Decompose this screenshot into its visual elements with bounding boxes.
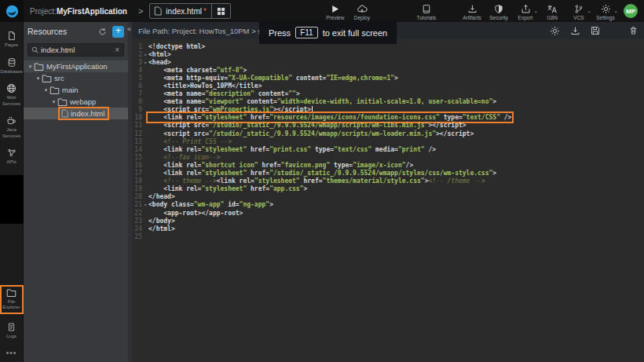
code-line[interactable]: 20</head> [132,193,644,201]
rail-item-web-services[interactable]: Web Services [0,83,24,107]
code-text: <link rel="shortcut icon" href="favicon.… [148,162,413,169]
code-line[interactable]: 21▾<body class="wm-app" id="ng-app"> [132,201,644,209]
rail-item-java-services[interactable]: Java Services [0,115,24,139]
code-line[interactable]: 9 <script src="wmProperties.js"></script… [132,106,644,114]
line-number: 25 [132,233,142,240]
app-logo[interactable] [0,0,24,22]
tree-item-webapp[interactable]: ▾webapp [24,96,128,108]
add-resource-button[interactable]: + [112,26,124,38]
code-line[interactable]: 5 <meta http-equiv="X-UA-Compatible" con… [132,74,644,82]
code-text: <meta name="description" content=""> [148,90,300,97]
clear-search-icon[interactable]: × [114,46,120,54]
line-number: 19 [132,185,142,192]
code-line[interactable]: 6 <title>HowTos_10PM</title> [132,82,644,90]
fold-arrow-icon[interactable]: ▾ [142,202,148,207]
grid-icon[interactable] [212,7,230,16]
code-line[interactable]: 15 <!--fav icon--> [132,153,644,161]
expand-arrow-icon[interactable]: ▾ [35,75,42,82]
expand-arrow-icon[interactable]: ▾ [27,64,34,70]
tutorials-button[interactable]: Tutorials [413,2,440,20]
code-line[interactable]: 16 <link rel="shortcut icon" href="favic… [132,161,644,169]
code-line[interactable]: 17 <link rel="stylesheet" href="/studio/… [132,170,644,177]
more-options-icon[interactable]: ••• [6,349,17,357]
deploy-button[interactable]: Deploy [349,2,375,20]
security-button[interactable]: Security [485,2,512,20]
rail-item-pages[interactable]: Pages [0,31,24,49]
editor-download-button[interactable] [570,26,580,36]
settings-button[interactable]: Settings⌄ [592,2,619,20]
line-number: 8 [132,98,142,105]
code-line[interactable]: 23</body> [132,217,644,225]
vcs-label: VCS [573,15,584,20]
text-cursor [312,106,313,113]
rail-item-file-explorer[interactable]: File Explorer [0,285,24,314]
code-line[interactable]: 25 [132,232,644,240]
fold-arrow-icon[interactable]: ▾ [142,52,148,57]
i18n-button[interactable]: I18N [539,2,565,20]
editor-save-button[interactable] [591,26,600,35]
fold-arrow-icon[interactable]: ▾ [142,60,148,65]
search-input[interactable] [41,46,114,54]
code-text: <!-- theme --><link rel="stylesheet" hre… [148,177,485,185]
vcs-button[interactable]: VCS⌄ [565,2,592,20]
translate-icon [547,4,558,14]
expand-arrow-icon[interactable]: ▾ [42,87,49,93]
code-line[interactable]: 12 <script src="/studio/_static_/9.9.9.5… [132,130,644,137]
tree-item-main[interactable]: ▾main [24,84,128,96]
tree-item-myfirstapplication[interactable]: ▾MyFirstApplication [24,60,128,72]
refresh-icon[interactable] [98,27,107,36]
code-line[interactable]: 24</html> [132,225,644,232]
code-line[interactable]: 11 <script src="/studio/_static_/9.9.9.5… [132,122,644,130]
code-line[interactable]: 18 <!-- theme --><link rel="stylesheet" … [132,177,644,185]
collapse-panel-icon[interactable]: « [127,25,131,33]
code-text: <!doctype html> [148,43,205,50]
expand-arrow-icon[interactable]: ▾ [50,99,57,105]
tree-item-src[interactable]: ▾src [24,72,128,84]
editor-delete-button[interactable] [629,26,638,35]
line-number: 7 [132,90,142,97]
tree-item-label: index.html [71,109,104,118]
panel-divider[interactable]: « [128,22,132,362]
code-text: <meta http-equiv="X-UA-Compatible" conte… [148,75,398,82]
resources-title: Resources [27,27,98,36]
user-avatar[interactable]: MP [624,4,638,18]
code-text: <app-root></app-root> [148,210,243,217]
settings-label: Settings [596,15,615,20]
code-line[interactable]: 10 <link rel="stylesheet" href="resource… [132,114,644,122]
code-text: <link rel="stylesheet" href="app.css"> [148,185,307,192]
shield-icon [494,4,503,14]
code-line[interactable]: 8 <meta name="viewport" content="width=d… [132,98,644,106]
rail-label: APIs [6,159,16,166]
artifacts-button[interactable]: Artifacts [459,2,485,20]
code-line[interactable]: 4 <meta charset="utf-8"> [132,66,644,74]
preview-button[interactable]: Preview [322,2,349,20]
code-editor[interactable]: 1<!doctype html>2▾<html>3▾<head>4 <meta … [132,39,644,362]
line-number: 1 [132,43,142,50]
rail-item-databases[interactable]: Databases [0,57,24,75]
chevron-down-icon: ⌄ [613,8,618,14]
code-line[interactable]: 2▾<html> [132,50,644,58]
tree-item-index-html[interactable]: index.html [24,108,128,119]
rail-empty-section [0,175,24,224]
rail-item-apis[interactable]: APIs [0,148,24,166]
code-text: <!--fav icon--> [148,154,221,161]
code-line[interactable]: 3▾<head> [132,58,644,66]
download-tray-icon [570,26,580,36]
code-text: <link rel="stylesheet" href="/studio/_st… [148,170,496,177]
export-icon [521,4,531,14]
code-line[interactable]: 14 <link rel="stylesheet" href="print.cs… [132,145,644,153]
code-line[interactable]: 22 <app-root></app-root> [132,209,644,217]
line-number: 16 [132,162,142,169]
book-icon [422,4,431,14]
code-line[interactable]: 19 <link rel="stylesheet" href="app.css"… [132,185,644,193]
tab-index-html[interactable]: index.html * [149,3,230,19]
code-line[interactable]: 7 <meta name="description" content=""> [132,90,644,98]
branch-icon [574,4,584,14]
breadcrumb-chevron-icon: > [138,6,143,16]
editor-settings-button[interactable] [550,26,560,36]
line-number: 20 [132,193,142,200]
code-line[interactable]: 13 <!-- Print CSS --> [132,137,644,145]
page-icon [7,31,16,41]
rail-item-logs[interactable]: Logs [0,322,24,340]
export-button[interactable]: Export⌄ [512,2,539,20]
